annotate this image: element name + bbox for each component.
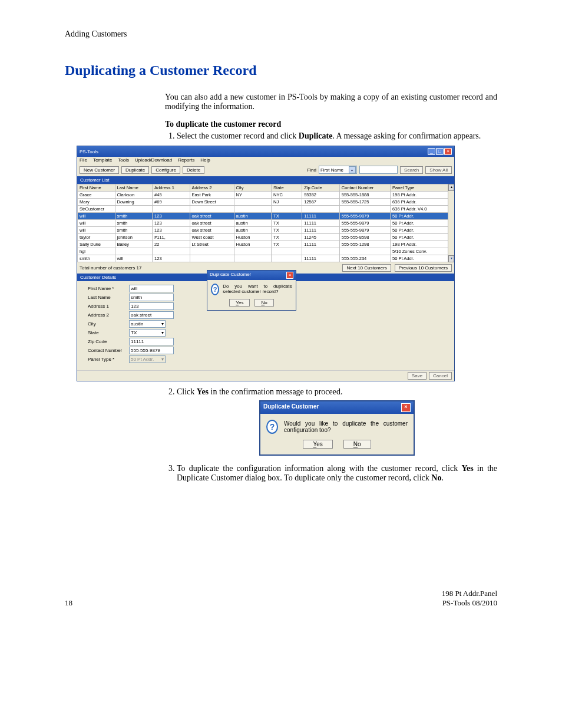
close-icon[interactable]: × <box>401 403 411 412</box>
table-cell: oak street <box>190 227 234 234</box>
scroll-down-icon[interactable]: ▾ <box>448 255 454 262</box>
table-cell: 5/10 Zones Conv. <box>391 248 448 255</box>
table-row[interactable]: taylorjohnson#111,West coastHustonTX1124… <box>78 234 448 241</box>
column-header[interactable]: Last Name <box>115 185 153 192</box>
window-title: PS-Tools <box>80 149 98 154</box>
duplicate-customer-dialog-2: Duplicate Customer × ? Would you like to… <box>259 400 415 456</box>
find-label: Find <box>307 167 316 173</box>
chevron-down-icon: ▾ <box>161 330 164 335</box>
column-header[interactable]: Contact Number <box>339 185 390 192</box>
table-row[interactable]: StrCustomer636 Pt Addr. V4.0 <box>78 206 448 213</box>
ps-tools-window: PS-Tools _ □ × File Template Tools Uploa… <box>77 146 455 381</box>
table-cell <box>272 248 302 255</box>
table-cell: Huston <box>234 241 272 248</box>
yes-button[interactable]: Yes <box>303 440 332 449</box>
duplicate-button[interactable]: Duplicate <box>121 166 149 174</box>
table-cell: austin <box>234 227 272 234</box>
find-field-combo[interactable]: First Name▾ <box>319 166 357 174</box>
table-cell: 555-555-234 <box>339 255 390 262</box>
find-value-input[interactable] <box>359 166 398 174</box>
menu-template[interactable]: Template <box>93 157 112 163</box>
window-titlebar: PS-Tools _ □ × <box>77 146 454 157</box>
menu-tools[interactable]: Tools <box>118 157 129 163</box>
close-icon[interactable]: × <box>444 148 452 155</box>
scroll-up-icon[interactable]: ▴ <box>448 184 454 191</box>
first-name-input[interactable]: will <box>129 285 174 292</box>
column-header[interactable]: Address 2 <box>190 185 234 192</box>
vertical-scrollbar[interactable]: ▴ ▾ <box>448 184 454 262</box>
table-row[interactable]: willsmith123oak streetaustinTX11111555-5… <box>78 227 448 234</box>
configure-button[interactable]: Configure <box>151 166 180 174</box>
zip-input[interactable]: 11111 <box>129 338 174 345</box>
save-button[interactable]: Save <box>408 372 427 380</box>
last-name-input[interactable]: smith <box>129 294 174 301</box>
column-header[interactable]: City <box>234 185 272 192</box>
table-row[interactable]: smithwill12311111555-555-23450 Pt Addr. <box>78 255 448 262</box>
procedure-heading: To duplicate the customer record <box>165 120 497 129</box>
table-row[interactable]: willsmith123oak streetaustinTX11111555-5… <box>78 213 448 220</box>
close-icon[interactable]: × <box>286 272 293 279</box>
table-row[interactable]: MaryDowning#69Down StreetNJ12567555-555-… <box>78 199 448 206</box>
table-cell: Clarkson <box>115 192 153 199</box>
address1-input[interactable]: 123 <box>129 302 174 310</box>
table-cell <box>234 255 272 262</box>
contact-input[interactable]: 555-555-9879 <box>129 347 174 354</box>
table-cell: smith <box>115 227 153 234</box>
table-cell <box>190 248 234 255</box>
table-cell: StrCustomer <box>78 206 115 213</box>
address2-input[interactable]: oak street <box>129 311 174 319</box>
table-cell: Downing <box>115 199 153 206</box>
yes-button[interactable]: Yes <box>229 299 250 307</box>
search-button[interactable]: Search <box>400 166 423 174</box>
table-cell: hgl <box>78 248 115 255</box>
menu-file[interactable]: File <box>80 157 87 163</box>
table-row[interactable]: willsmith123oak streetaustinTX11111555-5… <box>78 220 448 227</box>
no-button[interactable]: No <box>254 299 273 307</box>
new-customer-button[interactable]: New Customer <box>80 166 119 174</box>
city-label: City <box>88 321 129 327</box>
table-cell <box>190 206 234 213</box>
table-cell <box>115 206 153 213</box>
table-cell: TX <box>272 227 302 234</box>
menu-help[interactable]: Help <box>200 157 210 163</box>
cancel-button[interactable]: Cancel <box>429 372 452 380</box>
next-10-button[interactable]: Next 10 Customers <box>342 264 391 272</box>
panel-type-combo: 50 Pt Addr.▾ <box>129 355 166 363</box>
table-row[interactable]: Sally DukeBailey22Lt StreetHustonTX11111… <box>78 241 448 248</box>
table-cell: 555-555-9879 <box>339 220 390 227</box>
table-cell <box>302 248 340 255</box>
table-cell: Sally Duke <box>78 241 115 248</box>
table-cell: Huston <box>234 234 272 241</box>
table-cell: 198 Pt Addr. <box>391 192 448 199</box>
menu-reports[interactable]: Reports <box>178 157 194 163</box>
no-button[interactable]: No <box>343 440 371 449</box>
table-cell: Mary <box>78 199 115 206</box>
intro-paragraph: You can also add a new customer in PS-To… <box>165 93 497 111</box>
column-header[interactable]: Panel Type <box>391 185 448 192</box>
city-combo[interactable]: austin▾ <box>129 320 166 328</box>
delete-button[interactable]: Delete <box>183 166 204 174</box>
table-cell: #111, <box>153 234 190 241</box>
menu-upload-download[interactable]: Upload/Download <box>135 157 172 163</box>
table-row[interactable]: hgl5/10 Zones Conv. <box>78 248 448 255</box>
table-cell <box>302 206 340 213</box>
column-header[interactable]: First Name <box>78 185 115 192</box>
table-cell: 555-555-1888 <box>339 192 390 199</box>
minimize-icon[interactable]: _ <box>428 148 435 155</box>
show-all-button[interactable]: Show All <box>425 166 452 174</box>
table-cell: Down Street <box>190 199 234 206</box>
table-cell: #45 <box>153 192 190 199</box>
table-row[interactable]: GraceClarkson#45East ParkNYNYC55352555-5… <box>78 192 448 199</box>
table-cell: 22 <box>153 241 190 248</box>
table-cell <box>153 248 190 255</box>
maximize-icon[interactable]: □ <box>436 148 444 155</box>
column-header[interactable]: State <box>272 185 302 192</box>
prev-10-button[interactable]: Previous 10 Customers <box>395 264 452 272</box>
step-1: Select the customer record and click Dup… <box>177 131 497 381</box>
table-cell: austin <box>234 220 272 227</box>
state-combo[interactable]: TX▾ <box>129 329 166 337</box>
table-cell: 11245 <box>302 234 340 241</box>
state-label: State <box>88 330 129 335</box>
column-header[interactable]: Address 1 <box>153 185 190 192</box>
column-header[interactable]: Zip Code <box>302 185 340 192</box>
